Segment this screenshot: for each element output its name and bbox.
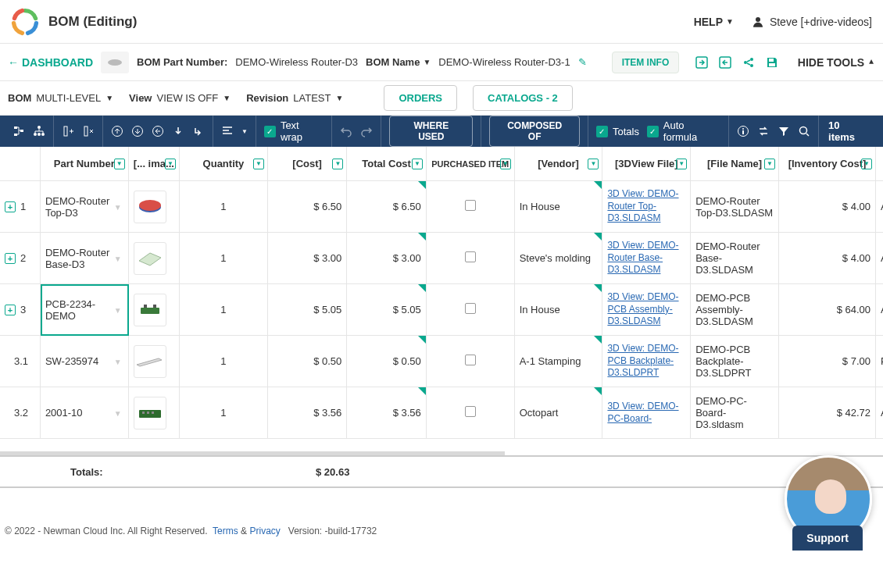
cell-quantity[interactable]: 1 <box>180 387 268 439</box>
where-used-button[interactable]: WHERE USED <box>389 116 473 147</box>
arrow-left-circle-icon[interactable] <box>152 125 164 137</box>
cell-thumbnail[interactable] <box>129 284 180 336</box>
cell-3dview[interactable]: 3D View: DEMO-PC-Board- <box>602 387 691 439</box>
col-inventory[interactable]: [Inventory Cost]▼ <box>779 147 876 181</box>
totals-toggle[interactable]: ✓ Totals <box>596 126 639 137</box>
cell-part-number[interactable]: DEMO-Router Top-D3▼ <box>41 181 129 233</box>
cell-vendor[interactable]: Octopart <box>515 387 603 439</box>
tree-icon[interactable] <box>13 125 25 137</box>
cell-inventory[interactable]: $ 64.00 <box>779 284 876 336</box>
checkbox[interactable] <box>465 355 476 365</box>
cell-file[interactable]: DEMO-PC-Board-D3.sldasm <box>691 387 779 439</box>
support-button[interactable]: Support <box>792 526 863 551</box>
revision-dropdown[interactable]: Revision LATEST ▼ <box>246 92 343 104</box>
cell-total-cost[interactable]: $ 0.50 <box>347 336 427 387</box>
table-scroll[interactable]: Part Number▼ [... ima...▼ Quantity▼ [Cos… <box>0 147 883 451</box>
cell-cost[interactable]: $ 5.05 <box>268 284 348 336</box>
cell-part-number[interactable]: 2001-10▼ <box>41 387 129 439</box>
cell-cost[interactable]: $ 0.50 <box>268 336 348 387</box>
import-icon[interactable] <box>695 55 709 69</box>
col-total-cost[interactable]: Total Cost▼ <box>347 147 427 181</box>
3dview-link[interactable]: 3D View: DEMO-PCB Assembly-D3.SLDASM <box>607 291 685 328</box>
cell-thumbnail[interactable] <box>129 233 180 284</box>
cell-purchased[interactable] <box>427 336 515 387</box>
checkbox[interactable] <box>465 406 476 417</box>
cell-3dview[interactable]: 3D View: DEMO-Router Top-D3.SLDASM <box>602 181 691 233</box>
cell-total-cost[interactable]: $ 3.00 <box>347 233 427 284</box>
cell-cost[interactable]: $ 3.56 <box>268 387 348 439</box>
info-circle-icon[interactable] <box>737 125 749 137</box>
dropdown-handle-icon[interactable]: ▼ <box>114 202 122 211</box>
cell-inventory[interactable]: $ 4.00 <box>779 233 876 284</box>
cell-cost[interactable]: $ 3.00 <box>268 233 348 284</box>
cell-thumbnail[interactable] <box>129 387 180 439</box>
cell-cost[interactable]: $ 6.50 <box>268 181 348 233</box>
filter-icon[interactable]: ▼ <box>764 159 775 169</box>
dropdown-handle-icon[interactable]: ▼ <box>114 305 122 314</box>
arrow-down-circle-icon[interactable] <box>131 125 144 137</box>
cell-type[interactable]: Assembly <box>876 181 883 233</box>
col-part-number[interactable]: Part Number▼ <box>41 147 129 181</box>
auto-formula-toggle[interactable]: ✓ Auto formula <box>647 119 720 143</box>
redo-icon[interactable] <box>360 125 373 137</box>
table-row[interactable]: 3.2 2001-10▼ 1 $ 3.56 $ 3.56 Octopart 3D… <box>0 387 883 439</box>
align-icon[interactable] <box>221 125 234 137</box>
cell-file[interactable]: DEMO-Router Top-D3.SLDASM <box>691 181 779 233</box>
hierarchy-icon[interactable] <box>33 125 45 137</box>
checkbox[interactable] <box>465 303 476 314</box>
expand-icon[interactable]: + <box>5 201 16 212</box>
3dview-link[interactable]: 3D View: DEMO-Router Top-D3.SLDASM <box>607 188 685 225</box>
filter-icon[interactable]: ▼ <box>861 159 872 169</box>
item-info-button[interactable]: ITEM INFO <box>612 52 680 73</box>
col-row-header[interactable] <box>0 147 41 181</box>
cell-inventory[interactable]: $ 4.00 <box>779 181 876 233</box>
col-file[interactable]: [File Name]▼ <box>691 147 779 181</box>
search-icon[interactable] <box>798 125 810 137</box>
arrow-corner-icon[interactable] <box>192 125 205 137</box>
cell-file[interactable]: DEMO-PCB Assembly-D3.SLDASM <box>691 284 779 336</box>
col-image[interactable]: [... ima...▼ <box>129 147 180 181</box>
table-row[interactable]: 3.1 SW-235974▼ 1 $ 0.50 $ 0.50 A-1 Stamp… <box>0 336 883 387</box>
cell-quantity[interactable]: 1 <box>180 181 268 233</box>
table-row[interactable]: +2 DEMO-Router Base-D3▼ 1 $ 3.00 $ 3.00 … <box>0 233 883 284</box>
swap-icon[interactable] <box>757 125 770 137</box>
cell-inventory[interactable]: $ 7.00 <box>779 336 876 387</box>
filter-icon[interactable]: ▼ <box>165 159 176 169</box>
filter-icon[interactable]: ▼ <box>332 159 343 169</box>
cell-type[interactable]: Assembly <box>876 284 883 336</box>
privacy-link[interactable]: Privacy <box>249 526 280 536</box>
cell-3dview[interactable]: 3D View: DEMO-PCB Backplate-D3.SLDPRT <box>602 336 691 387</box>
cell-file[interactable]: DEMO-Router Base-D3.SLDASM <box>691 233 779 284</box>
expand-icon[interactable]: + <box>5 305 16 315</box>
cell-purchased[interactable] <box>427 181 515 233</box>
col-cost[interactable]: [Cost]▼ <box>268 147 348 181</box>
cell-part-number[interactable]: PCB-2234-DEMO▼ <box>41 284 129 336</box>
3dview-link[interactable]: 3D View: DEMO-PCB Backplate-D3.SLDPRT <box>607 343 685 380</box>
dropdown-handle-icon[interactable]: ▼ <box>114 254 122 262</box>
cell-vendor[interactable]: In House <box>515 181 603 233</box>
dropdown-handle-icon[interactable]: ▼ <box>114 357 122 365</box>
pencil-icon[interactable]: ✎ <box>578 56 587 68</box>
user-menu[interactable]: Steve [+drive-videos] <box>751 15 872 29</box>
filter-icon[interactable]: ▼ <box>588 159 599 169</box>
cell-total-cost[interactable]: $ 3.56 <box>347 387 427 439</box>
arrow-down-icon[interactable] <box>172 125 184 137</box>
cell-part-number[interactable]: SW-235974▼ <box>41 336 129 387</box>
3dview-link[interactable]: 3D View: DEMO-Router Base-D3.SLDASM <box>607 240 685 276</box>
insert-column-icon[interactable] <box>62 125 74 137</box>
help-dropdown[interactable]: HELP ▼ <box>694 16 734 28</box>
back-dashboard[interactable]: ← DASHBOARD <box>8 56 93 69</box>
export-icon[interactable] <box>718 55 732 69</box>
cell-type[interactable]: Part <box>876 336 883 387</box>
filter-icon[interactable]: ▼ <box>114 159 125 169</box>
cell-thumbnail[interactable] <box>129 336 180 387</box>
col-vendor[interactable]: [Vendor]▼ <box>515 147 603 181</box>
cell-vendor[interactable]: Steve's molding <box>515 233 603 284</box>
dropdown-handle-icon[interactable]: ▼ <box>114 408 122 417</box>
filter-icon[interactable]: ▼ <box>253 159 264 169</box>
cell-total-cost[interactable]: $ 5.05 <box>347 284 427 336</box>
delete-column-icon[interactable] <box>82 125 95 137</box>
cell-3dview[interactable]: 3D View: DEMO-Router Base-D3.SLDASM <box>602 233 691 284</box>
cell-quantity[interactable]: 1 <box>180 233 268 284</box>
share-icon[interactable] <box>742 55 756 69</box>
